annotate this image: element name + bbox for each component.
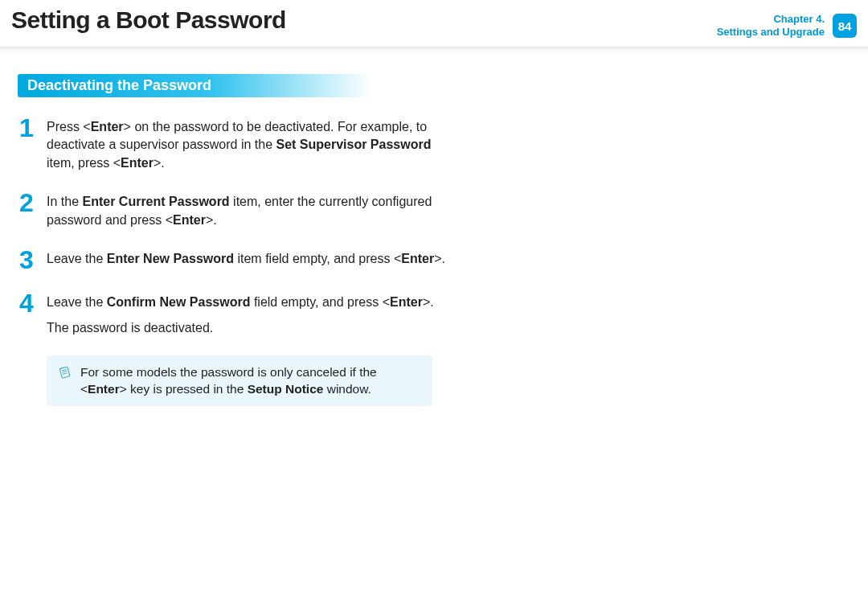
step-number: 1 xyxy=(18,115,35,141)
step-text: Leave the Confirm New Password field emp… xyxy=(47,290,434,338)
step-number: 3 xyxy=(18,247,35,273)
note-box: For some models the password is only can… xyxy=(47,355,432,406)
page-header: Setting a Boot Password Chapter 4. Setti… xyxy=(0,0,868,50)
step-text: Press <Enter> on the password to be deac… xyxy=(47,115,452,172)
note-text: For some models the password is only can… xyxy=(80,363,421,398)
content-column: Deactivating the Password 1 Press <Enter… xyxy=(0,50,469,406)
page-title: Setting a Boot Password xyxy=(11,6,286,34)
chapter-line2: Settings and Upgrade xyxy=(717,26,825,39)
header-divider xyxy=(0,47,868,54)
step-text: In the Enter Current Password item, ente… xyxy=(47,190,452,229)
step-1: 1 Press <Enter> on the password to be de… xyxy=(18,115,452,172)
page-number-badge: 84 xyxy=(833,14,857,38)
chapter-text: Chapter 4. Settings and Upgrade xyxy=(717,13,825,39)
chapter-line1: Chapter 4. xyxy=(717,13,825,26)
chapter-block: Chapter 4. Settings and Upgrade 84 xyxy=(717,6,857,39)
note-icon xyxy=(58,365,72,384)
step-3: 3 Leave the Enter New Password item fiel… xyxy=(18,247,452,273)
step-text: Leave the Enter New Password item field … xyxy=(47,247,445,268)
step-number: 2 xyxy=(18,190,35,216)
step-4: 4 Leave the Confirm New Password field e… xyxy=(18,290,452,338)
section-heading: Deactivating the Password xyxy=(18,74,372,97)
step-number: 4 xyxy=(18,290,35,316)
svg-rect-0 xyxy=(59,367,70,378)
step-2: 2 In the Enter Current Password item, en… xyxy=(18,190,452,229)
